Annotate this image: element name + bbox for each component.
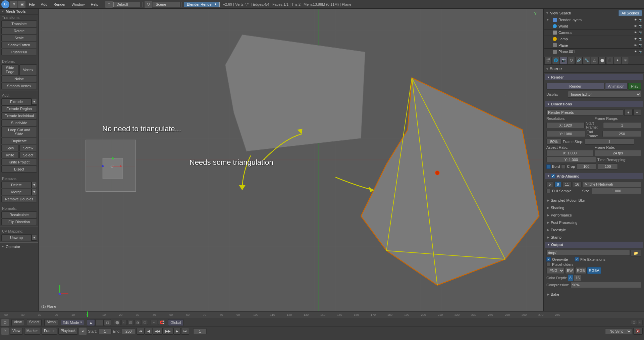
render-presets-input[interactable] — [546, 109, 624, 115]
view-ctrl-btn[interactable]: View — [11, 319, 24, 326]
next-frame-btn[interactable]: ▶ — [173, 328, 181, 335]
sync-select-input[interactable]: No Sync — [605, 328, 632, 334]
global-btn[interactable]: Global — [168, 319, 183, 326]
plane-render-btn[interactable]: 📷 — [638, 43, 643, 48]
camera-eye-btn[interactable]: 👁 — [633, 30, 638, 35]
depth-16-btn[interactable]: 16 — [574, 275, 581, 281]
flip-direction-btn[interactable]: Flip Direction — [1, 218, 37, 225]
sync-icon[interactable]: ⏯ — [79, 328, 87, 335]
bake-header[interactable]: ▶ Bake — [545, 291, 643, 297]
mitchell-input[interactable] — [583, 181, 641, 187]
context-icon[interactable]: ⚙ — [10, 1, 17, 8]
delete-arrow[interactable]: ▼ — [32, 182, 37, 188]
push-pull-btn[interactable]: Push/Pull — [1, 49, 37, 55]
rgb-btn[interactable]: RGB — [575, 267, 587, 274]
shading-header[interactable]: ▶ Shading — [545, 205, 643, 211]
scene-icon[interactable]: ⬡ — [145, 1, 152, 8]
aa-header[interactable]: ▼ ✓ Anti-Aliasing — [545, 173, 643, 179]
unwrap-btn[interactable]: Unwrap — [1, 234, 32, 241]
presets-add-btn[interactable]: + — [624, 109, 632, 116]
performance-header[interactable]: ▶ Performance — [545, 212, 643, 218]
aa-8-btn[interactable]: 8 — [554, 181, 561, 187]
full-sample-checkbox[interactable] — [546, 189, 551, 193]
wire-shading-btn[interactable]: ○ — [121, 320, 127, 325]
output-header[interactable]: ▼ Output — [545, 242, 643, 248]
jump-start-btn[interactable]: ⏮ — [137, 328, 145, 335]
bord-value-input[interactable] — [576, 163, 596, 169]
plane-eye-btn[interactable]: 👁 — [633, 43, 638, 48]
plane001-eye-btn[interactable]: 👁 — [633, 49, 638, 54]
aa-checkbox[interactable]: ✓ — [551, 174, 555, 178]
screen-layout-box[interactable]: Default — [113, 2, 140, 7]
vertex-mode-btn[interactable]: ▲ — [87, 319, 95, 326]
end-input[interactable] — [122, 328, 135, 334]
solid-shading-btn[interactable]: ⬤ — [114, 320, 121, 325]
shrink-fatten-btn[interactable]: Shrink/Fatten — [1, 42, 37, 48]
start-input[interactable] — [98, 328, 112, 334]
knife-project-btn[interactable]: Knife Project — [1, 159, 37, 165]
lamp-eye-btn[interactable]: 👁 — [633, 37, 638, 41]
scene-box[interactable]: Scene — [153, 2, 179, 7]
extrude-region-btn[interactable]: Extrude Region — [1, 105, 37, 112]
world-render-btn[interactable]: 📷 — [638, 24, 643, 29]
merge-arrow[interactable]: ▼ — [32, 189, 37, 195]
aspect-x-input[interactable] — [546, 150, 593, 156]
texture-shading-btn[interactable]: ▨ — [127, 320, 134, 325]
engine-box[interactable]: Blender Render ▼ — [184, 2, 220, 7]
aa-16-btn[interactable]: 16 — [573, 181, 582, 187]
play-btn[interactable]: Play — [628, 83, 641, 90]
dimensions-header[interactable]: ▼ Dimensions — [545, 101, 643, 107]
knife-btn[interactable]: Knife — [1, 152, 19, 158]
crop-checkbox[interactable] — [561, 164, 566, 169]
extrude-individual-btn[interactable]: Extrude Individual — [1, 112, 37, 119]
all-scenes-btn[interactable]: All Scenes — [619, 10, 642, 16]
rgba-btn[interactable]: RGBA — [587, 267, 601, 274]
prop-physics-icon[interactable]: ⚛ — [622, 57, 629, 64]
aspect-y-input[interactable] — [546, 157, 596, 163]
panel-expand-arrow[interactable]: ▼ — [1, 10, 4, 13]
prop-texture-icon[interactable]: ⬛ — [606, 57, 613, 64]
output-path-browse-btn[interactable]: 📁 — [631, 250, 641, 256]
placeholders-checkbox[interactable] — [546, 262, 551, 266]
noise-btn[interactable]: Noise — [1, 76, 37, 82]
delete-btn[interactable]: Delete — [1, 182, 32, 188]
render-btn[interactable]: Render — [546, 83, 604, 90]
size-input[interactable] — [592, 188, 641, 194]
sampled-mb-header[interactable]: ▶ Sampled Motion Blur — [545, 197, 643, 203]
prop-world-icon[interactable]: 🌐 — [552, 57, 559, 64]
current-frame-input[interactable] — [193, 328, 207, 334]
material-shading-btn[interactable]: ◑ — [135, 320, 141, 325]
menu-file[interactable]: File — [26, 2, 38, 7]
percent-input[interactable] — [546, 139, 561, 145]
extrude-arrow[interactable]: ▼ — [32, 99, 37, 105]
playback-btn[interactable]: Playback — [58, 328, 78, 335]
prop-object-icon[interactable]: ⬡ — [568, 57, 575, 64]
merge-btn[interactable]: Merge — [1, 189, 32, 195]
window-icon[interactable]: ▣ — [18, 1, 25, 8]
res-y-input[interactable] — [546, 131, 585, 137]
face-mode-btn[interactable]: □ — [104, 319, 111, 326]
output-path-input[interactable] — [546, 250, 630, 256]
snap-btn[interactable]: 🧲 — [158, 320, 165, 325]
prev-frame-btn[interactable]: ◀ — [145, 328, 152, 335]
depth-8-btn[interactable]: 8 — [568, 275, 573, 281]
mesh-ctrl-btn[interactable]: Mesh — [44, 319, 58, 326]
overwrite-checkbox[interactable]: ✓ — [546, 257, 551, 261]
menu-add[interactable]: Add — [38, 2, 50, 7]
menu-help[interactable]: Help — [88, 2, 101, 7]
audio-mute-btn[interactable]: 🔇 — [633, 328, 643, 335]
display-select[interactable]: Image Editor — [568, 91, 641, 98]
animation-btn[interactable]: Animation — [605, 83, 628, 90]
post-processing-header[interactable]: ▶ Post Processing — [545, 220, 643, 226]
duplicate-btn[interactable]: Duplicate — [1, 138, 37, 144]
prop-modifier-icon[interactable]: 🔧 — [583, 57, 590, 64]
menu-render[interactable]: Render — [51, 2, 68, 7]
spin-btn[interactable]: Spin — [1, 145, 19, 151]
prop-data-icon[interactable]: △ — [591, 57, 598, 64]
bisect-btn[interactable]: Bisect — [1, 166, 37, 173]
translate-btn[interactable]: Translate — [1, 20, 37, 27]
compression-input[interactable] — [571, 282, 641, 288]
prop-constraint-icon[interactable]: 🔗 — [575, 57, 583, 64]
presets-remove-btn[interactable]: − — [633, 109, 641, 116]
jump-end-btn[interactable]: ⏭ — [181, 328, 189, 335]
